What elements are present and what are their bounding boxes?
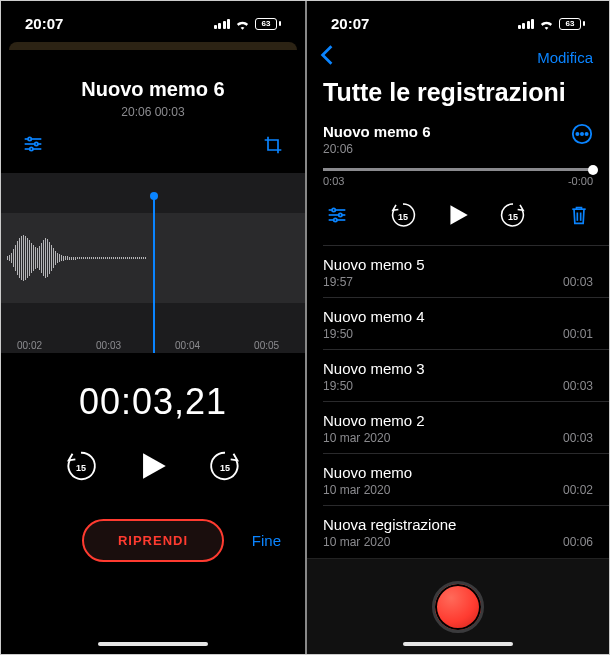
recording-duration: 00:03 bbox=[563, 379, 593, 393]
svg-marker-6 bbox=[143, 453, 166, 479]
elapsed-time: 00:03,21 bbox=[1, 381, 305, 423]
back-button[interactable] bbox=[319, 44, 335, 70]
done-button[interactable]: Fine bbox=[252, 532, 281, 549]
svg-point-14 bbox=[339, 213, 342, 216]
list-item[interactable]: Nuovo memo 10 mar 202000:02 bbox=[307, 454, 609, 505]
current-recording: Nuovo memo 6 20:06 0:03 -0:00 bbox=[307, 117, 609, 245]
play-button[interactable] bbox=[445, 202, 471, 232]
list-item[interactable]: Nuovo memo 4 19:5000:01 bbox=[307, 298, 609, 349]
status-bar: 20:07 63 bbox=[307, 1, 609, 38]
svg-point-10 bbox=[585, 133, 587, 135]
recording-date: 19:50 bbox=[323, 379, 353, 393]
recording-duration: 00:02 bbox=[563, 483, 593, 497]
status-time: 20:07 bbox=[25, 15, 63, 32]
recording-duration: 00:03 bbox=[563, 431, 593, 445]
svg-point-3 bbox=[35, 142, 38, 145]
status-bar: 20:07 63 bbox=[1, 1, 305, 38]
current-subtitle: 20:06 bbox=[323, 142, 431, 156]
skip-back-button[interactable]: 15 bbox=[64, 449, 98, 487]
recording-duration: 00:06 bbox=[563, 535, 593, 549]
crop-icon[interactable] bbox=[263, 135, 283, 159]
skip-back-button[interactable]: 15 bbox=[389, 201, 417, 233]
recording-title: Nuovo memo 5 bbox=[323, 256, 593, 273]
recording-date: 10 mar 2020 bbox=[323, 535, 390, 549]
recording-duration: 00:03 bbox=[563, 275, 593, 289]
wifi-icon bbox=[235, 18, 250, 30]
current-title[interactable]: Nuovo memo 6 bbox=[323, 123, 431, 140]
playback-scrubber[interactable] bbox=[323, 168, 593, 171]
battery-icon: 63 bbox=[559, 18, 585, 30]
wifi-icon bbox=[539, 18, 554, 30]
settings-sliders-icon[interactable] bbox=[327, 206, 347, 228]
more-options-button[interactable] bbox=[571, 123, 593, 149]
svg-marker-17 bbox=[450, 205, 467, 225]
recording-duration: 00:01 bbox=[563, 327, 593, 341]
resume-button[interactable]: RIPRENDI bbox=[82, 519, 224, 562]
recording-date: 19:57 bbox=[323, 275, 353, 289]
recording-edit-screen: 20:07 63 Nuovo memo 6 20:06 00:03 bbox=[1, 1, 305, 654]
cellular-icon bbox=[214, 19, 231, 29]
svg-point-12 bbox=[332, 208, 335, 211]
record-button[interactable] bbox=[432, 581, 484, 633]
home-indicator[interactable] bbox=[403, 642, 513, 646]
battery-icon: 63 bbox=[255, 18, 281, 30]
recording-date: 10 mar 2020 bbox=[323, 431, 390, 445]
sheet-grabber bbox=[9, 42, 297, 50]
recording-title: Nuovo memo 2 bbox=[323, 412, 593, 429]
svg-point-1 bbox=[28, 137, 31, 140]
recording-title: Nuova registrazione bbox=[323, 516, 593, 533]
recording-title: Nuovo memo 4 bbox=[323, 308, 593, 325]
playhead-indicator[interactable] bbox=[153, 195, 155, 353]
delete-button[interactable] bbox=[569, 204, 589, 230]
list-item[interactable]: Nuovo memo 2 10 mar 202000:03 bbox=[307, 402, 609, 453]
elapsed-label: 0:03 bbox=[323, 175, 344, 187]
home-indicator[interactable] bbox=[98, 642, 208, 646]
svg-point-9 bbox=[581, 133, 583, 135]
play-button[interactable] bbox=[136, 449, 170, 487]
memo-title[interactable]: Nuovo memo 6 bbox=[1, 78, 305, 101]
svg-point-8 bbox=[576, 133, 578, 135]
waveform-area[interactable]: 00:02 00:03 00:04 00:05 bbox=[1, 173, 305, 353]
cellular-icon bbox=[518, 19, 535, 29]
list-item[interactable]: Nuovo memo 5 19:5700:03 bbox=[307, 246, 609, 297]
memo-subtitle: 20:06 00:03 bbox=[1, 105, 305, 119]
page-title: Tutte le registrazioni bbox=[307, 74, 609, 117]
recording-date: 19:50 bbox=[323, 327, 353, 341]
edit-button[interactable]: Modifica bbox=[537, 49, 593, 66]
svg-point-5 bbox=[30, 147, 33, 150]
recording-date: 10 mar 2020 bbox=[323, 483, 390, 497]
recording-title: Nuovo memo bbox=[323, 464, 593, 481]
skip-forward-button[interactable]: 15 bbox=[499, 201, 527, 233]
svg-point-16 bbox=[334, 218, 337, 221]
settings-sliders-icon[interactable] bbox=[23, 135, 43, 159]
recording-title: Nuovo memo 3 bbox=[323, 360, 593, 377]
record-footer bbox=[307, 558, 609, 654]
time-ruler: 00:02 00:03 00:04 00:05 bbox=[1, 340, 305, 351]
list-item[interactable]: Nuova registrazione 10 mar 202000:06 bbox=[307, 506, 609, 557]
skip-forward-button[interactable]: 15 bbox=[208, 449, 242, 487]
recordings-list-screen: 20:07 63 Modifica Tutte le registrazioni… bbox=[305, 1, 609, 654]
status-time: 20:07 bbox=[331, 15, 369, 32]
remaining-label: -0:00 bbox=[568, 175, 593, 187]
list-item[interactable]: Nuovo memo 3 19:5000:03 bbox=[307, 350, 609, 401]
